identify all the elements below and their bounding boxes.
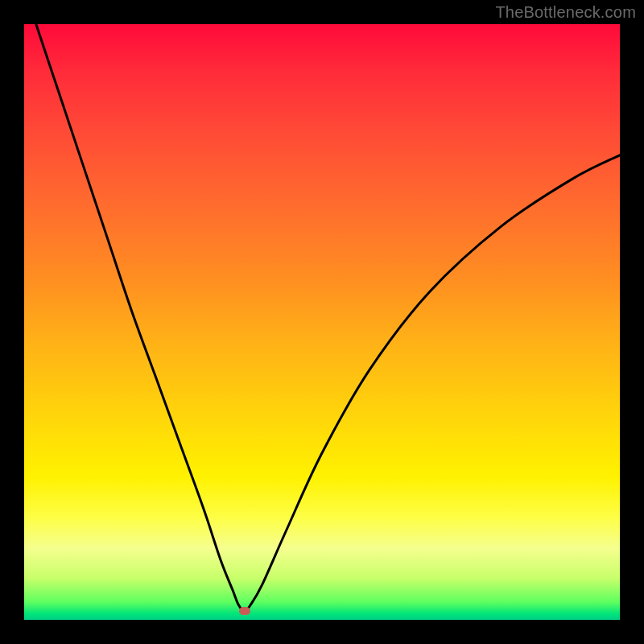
bottleneck-curve	[36, 24, 620, 611]
curve-svg	[24, 24, 620, 620]
watermark-text: TheBottleneck.com	[495, 3, 636, 22]
chart-frame: TheBottleneck.com	[0, 0, 644, 644]
plot-area	[24, 24, 620, 620]
optimal-point-marker	[239, 607, 250, 615]
